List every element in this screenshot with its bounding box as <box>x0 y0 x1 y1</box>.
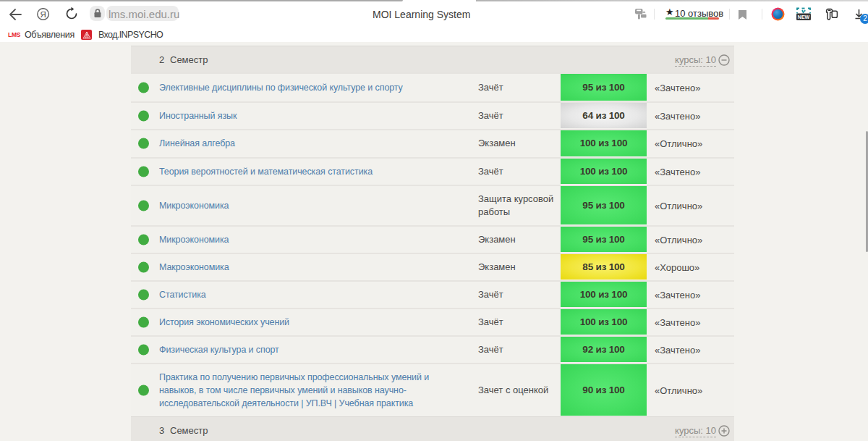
svg-text:Я: Я <box>40 10 46 19</box>
svg-text:NEW: NEW <box>798 14 810 20</box>
